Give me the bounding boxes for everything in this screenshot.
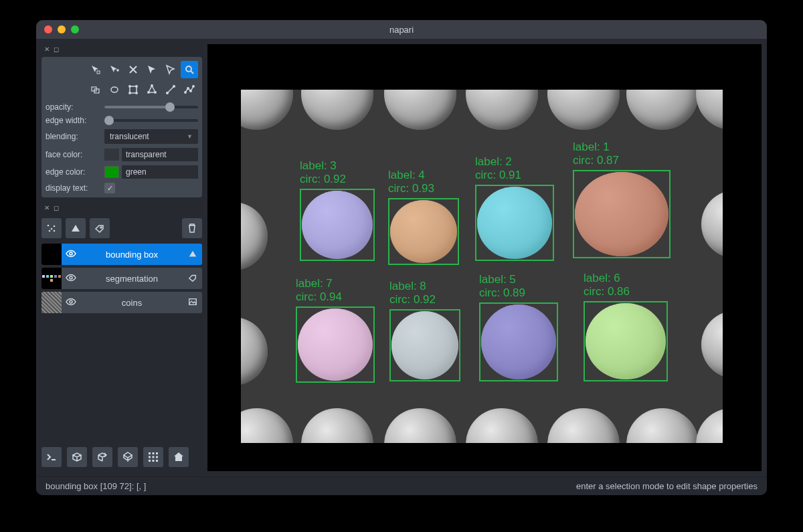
new-points-layer-button[interactable] <box>41 218 62 238</box>
svg-point-10 <box>151 85 153 86</box>
edge-color-input[interactable]: green <box>122 165 198 179</box>
sidebar: ✕ ◻ opacity: <box>36 39 207 476</box>
add-ellipses-tool[interactable] <box>106 81 123 98</box>
delete-layer-button[interactable] <box>182 218 202 238</box>
detection-text: label: 5circ: 0.89 <box>479 273 525 299</box>
bounding-box[interactable] <box>300 189 375 261</box>
main-area: ✕ ◻ opacity: <box>36 39 767 495</box>
add-polylines-tool[interactable] <box>181 81 198 98</box>
svg-point-6 <box>129 86 130 87</box>
add-lines-tool[interactable] <box>143 81 161 98</box>
transpose-button[interactable] <box>118 447 138 467</box>
pan-zoom-tool[interactable] <box>181 61 198 78</box>
layer-type-icon <box>183 249 202 260</box>
svg-rect-36 <box>153 460 155 462</box>
svg-rect-37 <box>156 460 158 462</box>
detection-text: label: 3circ: 0.92 <box>300 159 346 185</box>
visibility-toggle[interactable] <box>62 272 80 285</box>
svg-rect-30 <box>153 452 155 454</box>
visibility-toggle[interactable] <box>62 296 80 309</box>
new-labels-layer-button[interactable] <box>90 218 110 238</box>
roll-dims-button[interactable] <box>92 447 112 467</box>
detection-text: label: 7circ: 0.94 <box>296 277 342 303</box>
visibility-toggle[interactable] <box>62 248 80 261</box>
detection-text: label: 4circ: 0.93 <box>388 169 434 195</box>
edge-color-swatch[interactable] <box>104 166 119 178</box>
add-vertices-tool[interactable] <box>106 61 123 78</box>
layer-thumbnail <box>41 244 62 265</box>
detection-label: label: 3 <box>300 159 346 173</box>
svg-point-17 <box>190 90 191 92</box>
background-coin <box>701 311 723 379</box>
background-coin <box>241 202 268 270</box>
edge-width-slider[interactable] <box>104 119 198 122</box>
background-coin <box>384 408 456 443</box>
svg-point-20 <box>51 228 53 230</box>
layer-buttons-row <box>41 215 202 244</box>
background-coin <box>696 408 723 443</box>
new-shapes-layer-button[interactable] <box>66 218 86 238</box>
svg-rect-31 <box>156 452 158 454</box>
bounding-box[interactable] <box>584 301 668 381</box>
add-polygons-tool[interactable] <box>124 81 142 98</box>
background-coin <box>466 90 538 130</box>
select-shapes-tool[interactable] <box>143 61 161 78</box>
background-coin <box>384 90 456 130</box>
layer-item-coins[interactable]: coins <box>41 292 202 313</box>
background-coin <box>241 90 293 130</box>
minimize-window-button[interactable] <box>58 25 66 33</box>
canvas[interactable]: label: 3circ: 0.92label: 4circ: 0.93labe… <box>207 44 762 471</box>
svg-point-16 <box>187 88 189 89</box>
svg-point-9 <box>136 92 137 94</box>
layer-list: bounding boxsegmentationcoins <box>41 244 202 313</box>
edge-width-label: edge width: <box>46 116 104 125</box>
close-panel-button[interactable]: ✕ <box>44 46 50 53</box>
layer-item-bounding-box[interactable]: bounding box <box>41 244 202 265</box>
bounding-box[interactable] <box>296 306 375 383</box>
grid-button[interactable] <box>143 447 163 467</box>
face-color-swatch[interactable] <box>104 149 119 161</box>
bounding-box[interactable] <box>573 170 671 258</box>
titlebar[interactable]: napari <box>36 20 767 39</box>
delete-shape-tool[interactable] <box>124 61 142 78</box>
status-bar: bounding box [109 72]: [, ] enter a sele… <box>36 476 767 495</box>
opacity-label: opacity: <box>46 102 104 112</box>
select-vertices-tool[interactable] <box>87 61 104 78</box>
close-layers-panel-button[interactable]: ✕ <box>44 204 50 211</box>
detection-circ: circ: 0.94 <box>296 290 342 304</box>
add-paths-tool[interactable] <box>162 81 179 98</box>
window-controls <box>36 25 79 33</box>
edge-color-label: edge color: <box>46 167 104 177</box>
add-rectangles-tool[interactable] <box>87 81 104 98</box>
svg-point-23 <box>54 230 56 232</box>
blending-dropdown[interactable]: translucent ▼ <box>104 129 198 144</box>
home-button[interactable] <box>169 447 189 467</box>
opacity-row: opacity: <box>46 102 198 112</box>
blending-row: blending: translucent ▼ <box>46 129 198 144</box>
bounding-box[interactable] <box>389 309 460 381</box>
close-window-button[interactable] <box>44 25 52 33</box>
direct-select-tool[interactable] <box>162 61 179 78</box>
layer-type-icon <box>183 297 202 308</box>
face-color-input[interactable]: transparent <box>122 148 198 161</box>
ndisplay-button[interactable] <box>67 447 87 467</box>
console-button[interactable] <box>41 447 62 467</box>
background-coin <box>301 90 373 130</box>
status-right: enter a selection mode to edit shape pro… <box>576 481 757 491</box>
background-coin <box>547 408 620 443</box>
layer-name: bounding box <box>80 250 183 260</box>
detection-text: label: 6circ: 0.86 <box>584 272 630 298</box>
bounding-box[interactable] <box>388 198 459 265</box>
popout-panel-button[interactable]: ◻ <box>54 46 59 53</box>
display-text-checkbox[interactable]: ✓ <box>104 183 115 193</box>
popout-layers-panel-button[interactable]: ◻ <box>54 204 59 211</box>
bounding-box[interactable] <box>475 185 554 261</box>
detection-label: label: 4 <box>388 169 434 182</box>
edge-color-row: edge color: green <box>46 165 198 179</box>
layer-item-segmentation[interactable]: segmentation <box>41 268 202 289</box>
fullscreen-window-button[interactable] <box>71 25 79 33</box>
opacity-slider[interactable] <box>104 106 198 108</box>
detection-circ: circ: 0.86 <box>584 285 630 298</box>
bounding-box[interactable] <box>479 302 558 381</box>
window-title: napari <box>36 25 767 35</box>
